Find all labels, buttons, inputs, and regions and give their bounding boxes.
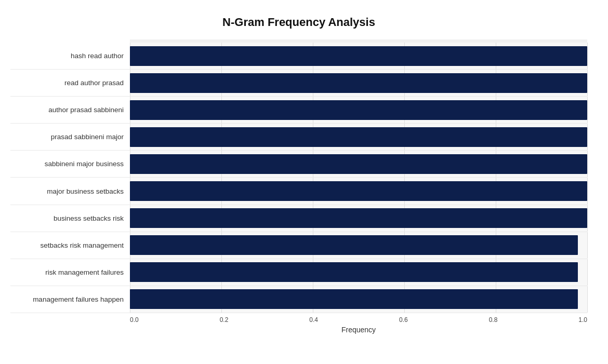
grid-line: [587, 70, 588, 96]
bar-wrapper: [130, 205, 587, 232]
bar-wrapper: [130, 259, 587, 286]
bar: [130, 100, 587, 120]
x-axis-labels: 0.00.20.40.60.81.0: [130, 316, 587, 323]
grid-line: [587, 151, 588, 177]
bar: [130, 181, 587, 201]
bar-label: management failures happen: [10, 295, 130, 303]
bar-row: prasad sabbineni major: [10, 124, 587, 151]
bar-wrapper: [130, 286, 587, 313]
grid-line: [587, 97, 588, 123]
grid-line: [587, 259, 588, 286]
bar: [130, 235, 578, 255]
bar-row: business setbacks risk: [10, 205, 587, 232]
x-axis: 0.00.20.40.60.81.0: [130, 316, 587, 323]
chart-container: N-Gram Frequency Analysis hash read auth…: [0, 0, 608, 364]
bar: [130, 127, 587, 147]
bar-label: hash read author: [10, 52, 130, 60]
bar: [130, 289, 578, 309]
bar-wrapper: [130, 178, 587, 204]
bar-label: business setbacks risk: [10, 214, 130, 222]
x-axis-title: Frequency: [130, 326, 587, 334]
bar-label: setbacks risk management: [10, 241, 130, 249]
bar-label: author prasad sabbineni: [10, 106, 130, 114]
chart-area: hash read authorread author prasadauthor…: [10, 43, 587, 313]
bar-row: hash read author: [10, 43, 587, 70]
x-axis-tick: 1.0: [578, 316, 587, 323]
bar-row: author prasad sabbineni: [10, 97, 587, 124]
bar-wrapper: [130, 124, 587, 150]
grid-line: [587, 178, 588, 204]
bar-row: major business setbacks: [10, 178, 587, 205]
bar: [130, 208, 587, 228]
bar-label: sabbineni major business: [10, 160, 130, 168]
bar-wrapper: [130, 43, 587, 69]
bar-wrapper: [130, 70, 587, 96]
x-axis-tick: 0.8: [489, 316, 498, 323]
bar-wrapper: [130, 232, 587, 259]
bar-row: sabbineni major business: [10, 151, 587, 178]
bar: [130, 73, 587, 93]
x-axis-tick: 0.0: [130, 316, 139, 323]
grid-line: [587, 232, 588, 259]
bar: [130, 46, 587, 66]
bar-row: setbacks risk management: [10, 232, 587, 259]
bar-row: read author prasad: [10, 70, 587, 97]
bar-label: major business setbacks: [10, 187, 130, 195]
bar: [130, 154, 587, 174]
bar-wrapper: [130, 97, 587, 123]
bar-label: prasad sabbineni major: [10, 133, 130, 141]
bar-row: management failures happen: [10, 286, 587, 313]
bar-label: read author prasad: [10, 79, 130, 87]
bar-row: risk management failures: [10, 259, 587, 286]
grid-line: [587, 124, 588, 150]
bar: [130, 262, 578, 282]
x-axis-tick: 0.6: [399, 316, 408, 323]
grid-line: [587, 205, 588, 232]
x-axis-tick: 0.4: [309, 316, 318, 323]
chart-title: N-Gram Frequency Analysis: [10, 10, 587, 29]
bar-label: risk management failures: [10, 268, 130, 276]
bar-wrapper: [130, 151, 587, 177]
grid-line: [587, 286, 588, 313]
grid-line: [587, 43, 588, 69]
x-axis-tick: 0.2: [220, 316, 229, 323]
